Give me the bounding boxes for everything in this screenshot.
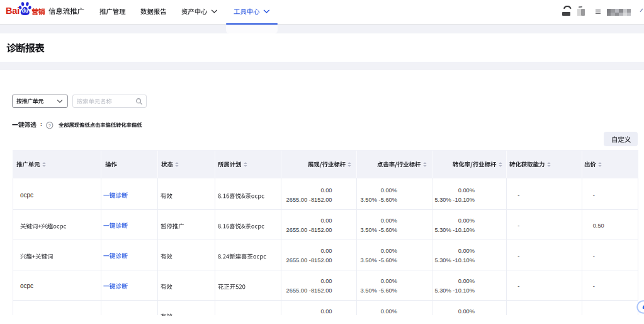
svg-text:?: ? — [48, 122, 51, 128]
svg-text:du: du — [22, 8, 28, 14]
